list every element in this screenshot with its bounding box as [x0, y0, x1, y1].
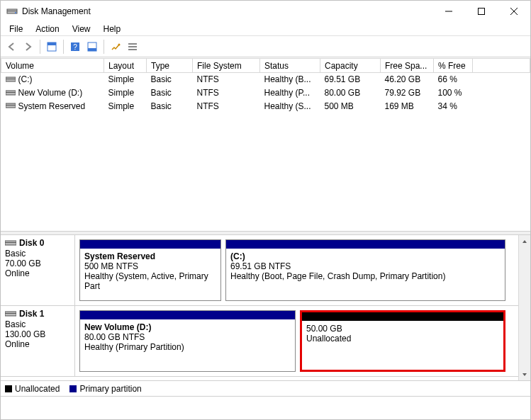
volume-header-row: Volume Layout Type File System Status Ca…	[1, 59, 530, 73]
toolbar-separator	[104, 40, 104, 54]
cell-fs: NTFS	[193, 100, 260, 113]
svg-rect-15	[128, 46, 137, 47]
partition-name: (C:)	[230, 251, 501, 261]
scroll-down-button[interactable]	[519, 368, 530, 380]
cell-layout: Simple	[104, 86, 147, 100]
partition-stripe	[80, 311, 295, 319]
disk-row: Disk 1Basic130.00 GBOnlineNew Volume (D:…	[1, 306, 518, 377]
window-titlebar: Disk Management	[1, 1, 530, 22]
cell-capacity: 69.51 GB	[320, 73, 381, 86]
forward-button[interactable]	[21, 39, 36, 55]
menu-view[interactable]: View	[67, 23, 96, 35]
svg-rect-16	[128, 49, 137, 50]
scrollbar-track[interactable]	[519, 247, 530, 368]
cell-free: 169 MB	[381, 100, 434, 113]
col-filesystem[interactable]: File System	[193, 59, 260, 73]
cell-capacity: 500 MB	[320, 100, 381, 113]
menu-help[interactable]: Help	[98, 23, 127, 35]
list-button[interactable]	[125, 39, 140, 55]
legend-unallocated: Unallocated	[5, 384, 60, 394]
svg-rect-8	[47, 42, 56, 45]
disk-type: Basic	[5, 319, 70, 329]
back-button[interactable]	[4, 39, 19, 55]
partition-status: Unallocated	[306, 334, 499, 344]
svg-point-13	[118, 43, 121, 45]
svg-rect-22	[6, 105, 16, 106]
partition-name: New Volume (D:)	[84, 322, 291, 332]
disk-graphical-view: Disk 0Basic70.00 GBOnlineSystem Reserved…	[1, 235, 530, 380]
col-volume[interactable]: Volume	[1, 59, 104, 73]
volume-icon	[6, 101, 16, 111]
close-button[interactable]	[498, 1, 530, 22]
disk-icon	[5, 310, 16, 319]
cell-pct: 34 %	[434, 100, 473, 113]
toolbar-separator	[40, 40, 40, 54]
disk-state: Online	[5, 339, 70, 349]
disk-info[interactable]: Disk 0Basic70.00 GBOnline	[1, 235, 75, 305]
menu-action[interactable]: Action	[30, 23, 65, 35]
col-freespace[interactable]: Free Spa...	[381, 59, 434, 73]
partition-status: Healthy (System, Active, Primary Part	[84, 271, 216, 291]
partition-status: Healthy (Boot, Page File, Crash Dump, Pr…	[230, 271, 501, 281]
disk-size: 70.00 GB	[5, 259, 70, 268]
settings-button[interactable]	[108, 39, 123, 55]
col-spacer	[473, 59, 530, 73]
svg-rect-1	[7, 11, 17, 11]
disk-name: Disk 0	[19, 238, 44, 248]
scroll-up-button[interactable]	[519, 235, 530, 247]
col-pctfree[interactable]: % Free	[434, 59, 473, 73]
partition-stripe	[80, 240, 220, 249]
disk-name: Disk 1	[19, 309, 44, 319]
cell-pct: 100 %	[434, 86, 473, 100]
cell-status: Healthy (B...	[260, 73, 320, 86]
volume-list: Volume Layout Type File System Status Ca…	[1, 57, 530, 231]
disk-info[interactable]: Disk 1Basic130.00 GBOnline	[1, 306, 75, 376]
cell-status: Healthy (P...	[260, 86, 320, 100]
partition-primary[interactable]: (C:)69.51 GB NTFSHealthy (Boot, Page Fil…	[225, 239, 505, 301]
svg-rect-18	[6, 79, 16, 79]
cell-type: Basic	[147, 100, 193, 113]
help-button[interactable]: ?	[67, 39, 83, 55]
col-status[interactable]: Status	[260, 59, 320, 73]
volume-name: New Volume (D:)	[18, 88, 83, 98]
cell-type: Basic	[147, 73, 193, 86]
partition-size: 500 MB NTFS	[84, 261, 216, 271]
partition-unallocated[interactable]: 50.00 GBUnallocated	[300, 310, 505, 372]
disk-type: Basic	[5, 249, 70, 259]
menu-bar: File Action View Help	[1, 22, 530, 36]
svg-rect-4	[479, 8, 485, 15]
disk-partitions: System Reserved500 MB NTFSHealthy (Syste…	[75, 235, 518, 305]
partition-stripe	[302, 312, 503, 321]
legend-primary: Primary partition	[69, 384, 141, 394]
col-layout[interactable]: Layout	[104, 59, 147, 73]
disk-row: Disk 0Basic70.00 GBOnlineSystem Reserved…	[1, 235, 518, 306]
partition-name: System Reserved	[84, 251, 216, 261]
col-capacity[interactable]: Capacity	[320, 59, 381, 73]
svg-rect-20	[6, 92, 16, 93]
disk-icon	[5, 239, 16, 249]
partition-primary[interactable]: System Reserved500 MB NTFSHealthy (Syste…	[79, 239, 221, 301]
cell-type: Basic	[147, 86, 193, 100]
minimize-button[interactable]	[432, 1, 465, 22]
table-row[interactable]: (C:)SimpleBasicNTFSHealthy (B...69.51 GB…	[1, 73, 530, 86]
volume-name: System Reserved	[18, 101, 86, 111]
partition-stripe	[226, 240, 505, 249]
view-top-button[interactable]	[44, 39, 60, 55]
cell-free: 46.20 GB	[381, 73, 434, 86]
cell-layout: Simple	[104, 73, 147, 86]
view-bottom-button[interactable]	[84, 39, 100, 55]
partition-primary[interactable]: New Volume (D:)80.00 GB NTFSHealthy (Pri…	[79, 310, 296, 372]
table-row[interactable]: New Volume (D:)SimpleBasicNTFSHealthy (P…	[1, 86, 530, 100]
partition-size: 50.00 GB	[306, 324, 499, 334]
menu-file[interactable]: File	[4, 23, 28, 35]
table-row[interactable]: System ReservedSimpleBasicNTFSHealthy (S…	[1, 100, 530, 113]
svg-rect-24	[5, 242, 16, 243]
col-type[interactable]: Type	[147, 59, 193, 73]
svg-rect-14	[128, 43, 137, 45]
vertical-scrollbar[interactable]	[518, 235, 530, 380]
maximize-button[interactable]	[465, 1, 498, 22]
legend-primary-label: Primary partition	[79, 384, 141, 394]
svg-rect-26	[5, 313, 16, 314]
cell-layout: Simple	[104, 100, 147, 113]
cell-pct: 66 %	[434, 73, 473, 86]
